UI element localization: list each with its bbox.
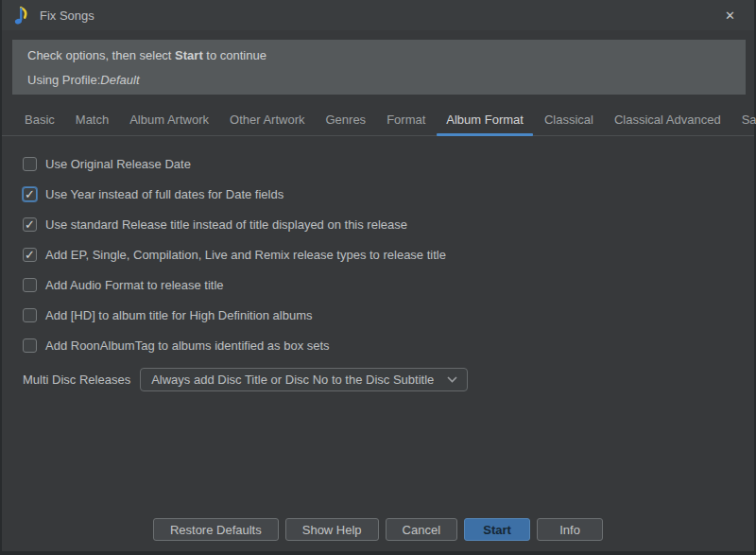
close-icon[interactable]: ✕ <box>719 6 741 26</box>
multi-disc-label: Multi Disc Releases <box>23 373 130 387</box>
instruction-prefix: Check options, then select <box>27 48 175 62</box>
tab-bar: Basic Match Album Artwork Other Artwork … <box>2 107 754 136</box>
option-label: Use standard Release title instead of ti… <box>45 217 407 232</box>
tab-album-artwork[interactable]: Album Artwork <box>119 107 219 135</box>
option-label: Use Year instead of full dates for Date … <box>45 187 284 201</box>
instruction-text: Check options, then select Start to cont… <box>27 48 730 62</box>
tab-basic[interactable]: Basic <box>14 107 65 135</box>
option-add-audio-format[interactable]: ✓ Add Audio Format to release title <box>23 277 754 292</box>
tab-classical-advanced[interactable]: Classical Advanced <box>604 107 731 135</box>
instruction-emphasis: Start <box>175 48 203 62</box>
profile-value: Default <box>100 73 139 87</box>
music-note-icon <box>13 5 30 26</box>
window-title: Fix Songs <box>40 9 94 23</box>
option-label: Add Audio Format to release title <box>45 278 224 292</box>
tab-match[interactable]: Match <box>65 107 119 135</box>
checkbox[interactable]: ✓ <box>23 157 37 171</box>
profile-label: Using Profile: <box>27 73 100 87</box>
restore-defaults-button[interactable]: Restore Defaults <box>153 518 279 541</box>
show-help-button[interactable]: Show Help <box>285 518 379 541</box>
info-button[interactable]: Info <box>537 518 603 541</box>
cancel-button[interactable]: Cancel <box>386 518 457 541</box>
checkbox[interactable]: ✓ <box>23 338 37 353</box>
option-add-release-types-to-title[interactable]: ✓ Add EP, Single, Compilation, Live and … <box>23 247 754 262</box>
tab-album-format[interactable]: Album Format <box>436 107 534 135</box>
checkmark-icon: ✓ <box>25 187 35 199</box>
option-label: Use Original Release Date <box>45 157 191 171</box>
tab-classical[interactable]: Classical <box>534 107 604 135</box>
checkbox[interactable]: ✓ <box>23 278 37 292</box>
tab-other-artwork[interactable]: Other Artwork <box>219 107 315 135</box>
option-label: Add RoonAlbumTag to albums identified as… <box>45 338 330 353</box>
checkbox[interactable]: ✓ <box>23 217 37 232</box>
checkmark-icon: ✓ <box>25 217 35 230</box>
tab-save[interactable]: Save <box>731 107 756 135</box>
option-add-hd-to-title[interactable]: ✓ Add [HD] to album title for High Defin… <box>23 307 754 322</box>
multi-disc-row: Multi Disc Releases Always add Disc Titl… <box>23 368 754 391</box>
profile-text: Using Profile:Default <box>27 73 730 87</box>
multi-disc-select[interactable]: Always add Disc Title or Disc No to the … <box>140 368 468 391</box>
chevron-down-icon <box>447 376 457 383</box>
option-label: Add [HD] to album title for High Definit… <box>45 308 313 322</box>
checkmark-icon: ✓ <box>25 248 35 260</box>
fix-songs-dialog: Fix Songs ✕ Check options, then select S… <box>2 0 754 551</box>
tab-format[interactable]: Format <box>376 107 436 135</box>
checkbox[interactable]: ✓ <box>23 248 37 262</box>
checkbox[interactable]: ✓ <box>23 308 37 322</box>
titlebar: Fix Songs ✕ <box>2 0 754 30</box>
option-add-roonalbumtag[interactable]: ✓ Add RoonAlbumTag to albums identified … <box>23 338 754 353</box>
option-use-original-release-date[interactable]: ✓ Use Original Release Date <box>23 156 754 171</box>
tab-panel-album-format: ✓ Use Original Release Date ✓ Use Year i… <box>2 136 754 518</box>
tab-genres[interactable]: Genres <box>315 107 376 135</box>
multi-disc-selected-value: Always add Disc Title or Disc No to the … <box>151 373 434 387</box>
instruction-panel: Check options, then select Start to cont… <box>12 40 746 95</box>
start-button[interactable]: Start <box>464 518 530 541</box>
checkbox[interactable]: ✓ <box>23 187 37 201</box>
dialog-footer: Restore Defaults Show Help Cancel Start … <box>2 518 754 551</box>
option-label: Add EP, Single, Compilation, Live and Re… <box>45 248 446 262</box>
option-use-standard-release-title[interactable]: ✓ Use standard Release title instead of … <box>23 217 754 232</box>
instruction-suffix: to continue <box>203 48 266 62</box>
option-use-year-instead-of-full-dates[interactable]: ✓ Use Year instead of full dates for Dat… <box>23 186 754 201</box>
